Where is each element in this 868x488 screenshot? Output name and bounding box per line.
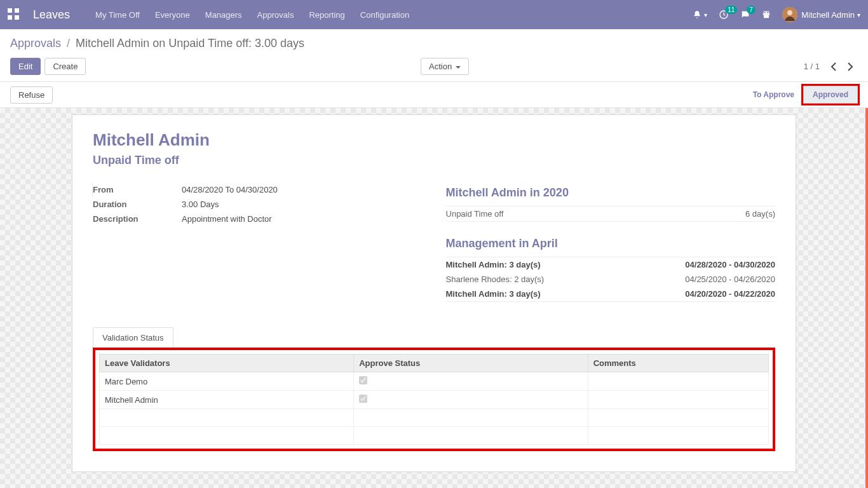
main-menu: My Time Off Everyone Managers Approvals … [95, 10, 693, 20]
validator-name: Marc Demo [100, 372, 354, 391]
label-duration: Duration [93, 200, 182, 209]
menu-reporting[interactable]: Reporting [309, 10, 344, 20]
status-bar: Refuse To Approve Approved [0, 82, 868, 108]
summary-row: Sharlene Rhodes: 2 day(s) 04/25/2020 - 0… [446, 272, 775, 287]
value-description: Appointment with Doctor [182, 214, 421, 224]
refuse-button[interactable]: Refuse [10, 86, 53, 104]
summary-right: 04/20/2020 - 04/22/2020 [685, 289, 775, 299]
action-dropdown[interactable]: Action [421, 58, 469, 75]
validator-approved [354, 372, 588, 391]
svg-rect-1 [15, 8, 19, 13]
menu-approvals[interactable]: Approvals [257, 10, 294, 20]
year-summary-title: Mitchell Admin in 2020 [446, 186, 775, 200]
table-row-empty [100, 427, 769, 445]
caret-down-icon: ▾ [704, 11, 707, 18]
col-leave-validators: Leave Validators [100, 355, 354, 372]
menu-configuration[interactable]: Configuration [360, 10, 409, 20]
gift-icon[interactable] [762, 10, 771, 19]
col-approve-status: Approve Status [354, 355, 588, 372]
form-sheet: Mitchell Admin Unpaid Time off From 04/2… [72, 114, 796, 472]
user-menu[interactable]: Mitchell Admin ▾ [782, 7, 860, 22]
summary-left: Mitchell Admin: 3 day(s) [446, 289, 541, 299]
messages-badge: 7 [747, 6, 756, 14]
validator-approved [354, 391, 588, 409]
validation-table: Leave Validators Approve Status Comments… [99, 354, 769, 445]
page-subtitle: Unpaid Time off [93, 154, 775, 167]
pager-prev-button[interactable] [826, 59, 841, 74]
validation-table-highlight: Leave Validators Approve Status Comments… [93, 348, 775, 451]
validator-comment [588, 391, 768, 409]
svg-point-8 [764, 11, 766, 14]
systray: ▾ 11 7 Mitchell Admin ▾ [693, 7, 860, 22]
month-summary-table: Mitchell Admin: 3 day(s) 04/28/2020 - 04… [446, 257, 775, 302]
value-duration: 3.00 Days [182, 200, 421, 209]
form-view-background: Mitchell Admin Unpaid Time off From 04/2… [0, 108, 868, 488]
activity-icon[interactable]: 11 [719, 10, 729, 20]
validator-name: Mitchell Admin [100, 391, 354, 409]
page-title: Mitchell Admin [93, 130, 775, 150]
edit-button[interactable]: Edit [10, 58, 41, 75]
menu-managers[interactable]: Managers [205, 10, 242, 20]
summary-right: 04/25/2020 - 04/26/2020 [685, 274, 775, 284]
breadcrumb-link[interactable]: Approvals [10, 37, 61, 50]
table-row[interactable]: Marc Demo [100, 372, 769, 391]
value-from: 04/28/2020 To 04/30/2020 [182, 185, 421, 194]
validator-comment [588, 372, 768, 391]
apps-icon[interactable] [8, 8, 20, 21]
col-comments: Comments [588, 355, 768, 372]
tabs: Validation Status [93, 327, 775, 348]
menu-my-time-off[interactable]: My Time Off [95, 10, 140, 20]
control-panel: Approvals / Mitchell Admin on Unpaid Tim… [0, 29, 868, 82]
svg-point-9 [767, 11, 770, 14]
caret-down-icon: ▾ [857, 11, 860, 18]
summary-left: Unpaid Time off [446, 209, 504, 219]
create-button[interactable]: Create [44, 58, 86, 75]
messages-icon[interactable]: 7 [740, 10, 750, 20]
tab-validation-status[interactable]: Validation Status [93, 327, 173, 348]
svg-rect-2 [8, 15, 12, 20]
table-row[interactable]: Mitchell Admin [100, 391, 769, 409]
summary-row: Mitchell Admin: 3 day(s) 04/28/2020 - 04… [446, 257, 775, 272]
summary-right: 04/28/2020 - 04/30/2020 [685, 260, 775, 269]
activity-badge: 11 [725, 6, 737, 14]
breadcrumb-current: Mitchell Admin on Unpaid Time off: 3.00 … [76, 37, 304, 50]
year-summary-table: Unpaid Time off 6 day(s) [446, 206, 775, 222]
app-brand[interactable]: Leaves [33, 8, 70, 22]
breadcrumb-separator: / [67, 37, 70, 50]
approved-checkbox [359, 376, 367, 384]
status-approved[interactable]: Approved [803, 86, 858, 104]
menu-everyone[interactable]: Everyone [155, 10, 190, 20]
month-summary-title: Management in April [446, 237, 775, 250]
svg-point-11 [787, 10, 792, 15]
avatar [782, 7, 797, 22]
label-from: From [93, 185, 182, 194]
label-description: Description [93, 214, 182, 224]
svg-rect-0 [8, 8, 12, 13]
summary-left: Mitchell Admin: 3 day(s) [446, 260, 541, 269]
breadcrumb: Approvals / Mitchell Admin on Unpaid Tim… [10, 37, 304, 50]
user-name: Mitchell Admin [801, 10, 855, 20]
status-to-approve[interactable]: To Approve [744, 86, 803, 103]
summary-left: Sharlene Rhodes: 2 day(s) [446, 274, 545, 284]
table-row-empty [100, 409, 769, 427]
summary-right: 6 day(s) [745, 209, 775, 219]
svg-rect-3 [15, 15, 19, 20]
pager-next-button[interactable] [843, 59, 858, 74]
approved-checkbox [359, 395, 367, 403]
summary-row: Mitchell Admin: 3 day(s) 04/20/2020 - 04… [446, 287, 775, 301]
pager-text: 1 / 1 [804, 62, 820, 71]
navbar: Leaves My Time Off Everyone Managers App… [0, 0, 868, 29]
summary-row: Unpaid Time off 6 day(s) [446, 207, 775, 221]
notifications-icon[interactable]: ▾ [693, 10, 707, 19]
